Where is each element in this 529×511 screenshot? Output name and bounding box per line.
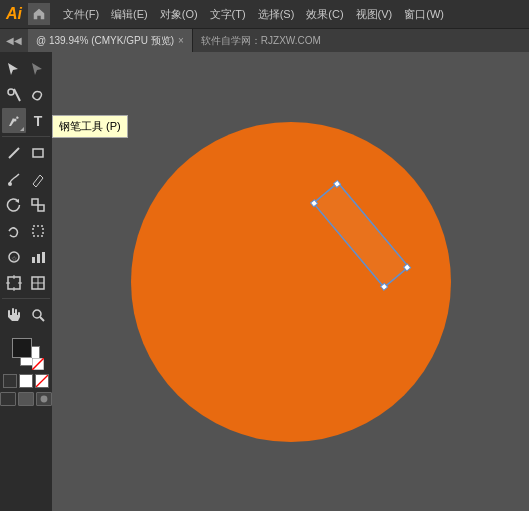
main-area: T xyxy=(0,52,529,511)
tab-bar: ◀◀ @ 139.94% (CMYK/GPU 预览) × 软件自学网：RJZXW… xyxy=(0,28,529,52)
screen-mode-btn2[interactable] xyxy=(18,392,34,406)
pencil-tool[interactable] xyxy=(26,166,50,191)
tool-row-9 xyxy=(2,270,50,295)
title-bar: Ai 文件(F) 编辑(E) 对象(O) 文字(T) 选择(S) 效果(C) 视… xyxy=(0,0,529,28)
selection-tool[interactable] xyxy=(2,56,26,81)
menu-text[interactable]: 文字(T) xyxy=(205,5,251,24)
warp-tool[interactable] xyxy=(2,218,26,243)
svg-rect-9 xyxy=(38,205,44,211)
slice-tool[interactable] xyxy=(26,270,50,295)
menu-bar: 文件(F) 编辑(E) 对象(O) 文字(T) 选择(S) 效果(C) 视图(V… xyxy=(58,5,449,24)
tool-row-1 xyxy=(2,56,50,81)
svg-point-29 xyxy=(41,396,48,403)
menu-file[interactable]: 文件(F) xyxy=(58,5,104,24)
none-swatch[interactable] xyxy=(32,358,44,370)
ai-logo: Ai xyxy=(6,5,22,23)
screen-mode-btn[interactable] xyxy=(0,392,16,406)
color-mode-white[interactable] xyxy=(19,374,33,388)
toolbar-divider-2 xyxy=(2,298,50,299)
svg-rect-4 xyxy=(33,149,43,157)
svg-rect-13 xyxy=(32,257,35,263)
magic-wand-tool[interactable] xyxy=(2,82,26,107)
svg-point-5 xyxy=(8,182,12,186)
rectangle-tool[interactable] xyxy=(26,140,50,165)
tool-row-6 xyxy=(2,192,50,217)
svg-rect-10 xyxy=(33,226,43,236)
rotate-tool[interactable] xyxy=(2,192,26,217)
zoom-tool[interactable] xyxy=(26,302,50,327)
screen-mode-btn3[interactable] xyxy=(36,392,52,406)
svg-line-28 xyxy=(36,375,48,387)
paintbrush-tool[interactable] xyxy=(2,166,26,191)
tab-close-btn[interactable]: × xyxy=(178,35,184,46)
scale-tool[interactable] xyxy=(26,192,50,217)
lasso-tool[interactable] xyxy=(26,82,50,107)
artboard-tool[interactable] xyxy=(2,270,26,295)
svg-point-24 xyxy=(33,310,41,318)
toolbar-divider-1 xyxy=(2,136,50,137)
fill-swatch[interactable] xyxy=(12,338,32,358)
color-mode-normal[interactable] xyxy=(3,374,17,388)
svg-line-25 xyxy=(40,317,44,321)
svg-text:☆: ☆ xyxy=(11,255,17,262)
selected-rectangle[interactable] xyxy=(296,170,426,302)
tool-row-5 xyxy=(2,166,50,191)
menu-object[interactable]: 对象(O) xyxy=(155,5,203,24)
column-graph-tool[interactable] xyxy=(26,244,50,269)
svg-rect-15 xyxy=(42,252,45,263)
tool-row-8: ☆ xyxy=(2,244,50,269)
svg-point-1 xyxy=(8,89,14,95)
free-transform-tool[interactable] xyxy=(26,218,50,243)
svg-point-2 xyxy=(14,118,17,121)
tab-website[interactable]: 软件自学网：RJZXW.COM xyxy=(193,34,329,48)
svg-line-0 xyxy=(14,89,20,101)
menu-effect[interactable]: 效果(C) xyxy=(301,5,348,24)
tab-document[interactable]: @ 139.94% (CMYK/GPU 预览) × xyxy=(28,29,193,52)
color-mode-none[interactable] xyxy=(35,374,49,388)
home-icon[interactable] xyxy=(28,3,50,25)
symbol-tool[interactable]: ☆ xyxy=(2,244,26,269)
hand-tool[interactable] xyxy=(2,302,26,327)
color-swatches[interactable] xyxy=(8,334,44,370)
pen-tool[interactable] xyxy=(2,108,26,133)
tool-row-3: T xyxy=(2,108,50,133)
canvas-inner xyxy=(106,62,476,502)
toolbar: T xyxy=(0,52,52,511)
menu-window[interactable]: 窗口(W) xyxy=(399,5,449,24)
direct-selection-tool[interactable] xyxy=(26,56,50,81)
tab-collapse-btn[interactable]: ◀◀ xyxy=(0,29,28,52)
tool-row-4 xyxy=(2,140,50,165)
type-tool[interactable]: T xyxy=(26,108,50,133)
svg-rect-14 xyxy=(37,254,40,263)
svg-rect-30 xyxy=(313,182,408,287)
tab-label: @ 139.94% (CMYK/GPU 预览) xyxy=(36,34,174,48)
tool-row-10 xyxy=(2,302,50,327)
menu-view[interactable]: 视图(V) xyxy=(351,5,398,24)
menu-edit[interactable]: 编辑(E) xyxy=(106,5,153,24)
svg-rect-8 xyxy=(32,199,38,205)
menu-select[interactable]: 选择(S) xyxy=(253,5,300,24)
color-area xyxy=(2,332,50,406)
svg-line-6 xyxy=(40,175,43,178)
svg-line-3 xyxy=(9,148,19,158)
tool-row-2 xyxy=(2,82,50,107)
tool-row-7 xyxy=(2,218,50,243)
canvas-area[interactable] xyxy=(52,52,529,511)
line-tool[interactable] xyxy=(2,140,26,165)
